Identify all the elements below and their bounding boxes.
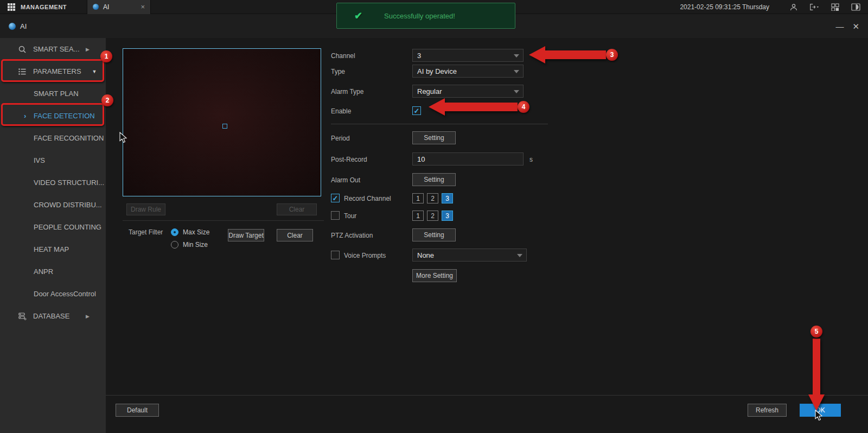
annotation-badge-5: 5 (810, 326, 822, 338)
max-size-label: Max Size (183, 228, 209, 236)
chevron-right-icon: ▶ (86, 314, 90, 319)
enable-checkbox[interactable]: ✓ (412, 106, 421, 115)
sidebar-item-heat-map[interactable]: HEAT MAP (0, 238, 106, 260)
dropdown-arrow-icon (514, 90, 519, 93)
annotation-arrow-5 (808, 339, 825, 411)
sidebar-item-label: PEOPLE COUNTING (34, 223, 101, 231)
min-size-radio[interactable] (171, 241, 178, 249)
record-channel-1-button[interactable]: 1 (412, 193, 424, 203)
form-divider (331, 124, 548, 124)
screen-split-icon[interactable] (830, 3, 840, 11)
period-label: Period (331, 135, 350, 142)
more-setting-button[interactable]: More Setting (412, 269, 457, 282)
period-setting-button[interactable]: Setting (412, 131, 456, 144)
channel-value: 3 (417, 52, 421, 60)
display-icon[interactable] (851, 3, 860, 11)
max-size-radio[interactable] (171, 228, 178, 236)
sidebar-item-door-access-control[interactable]: Door AccessControl (0, 283, 106, 305)
sidebar-item-label: DATABASE (33, 312, 69, 320)
logout-icon[interactable] (809, 3, 819, 11)
tour-checkbox[interactable] (331, 211, 340, 220)
clear-rule-button[interactable]: Clear (277, 203, 317, 215)
footer-divider (106, 395, 868, 396)
mouse-cursor-ok (815, 410, 824, 424)
dropdown-arrow-icon (517, 254, 522, 257)
sidebar-item-smart-plan[interactable]: SMART PLAN (0, 82, 106, 105)
sidebar-item-label: ANPR (34, 268, 53, 276)
toast-message: Successfully operated! (384, 12, 455, 20)
post-record-unit: s (529, 156, 533, 163)
draw-rule-button[interactable]: Draw Rule (126, 203, 165, 215)
record-channel-2-button[interactable]: 2 (427, 193, 438, 203)
voice-prompts-dropdown[interactable]: None (412, 249, 527, 262)
tour-channel-3-button[interactable]: 3 (442, 211, 453, 221)
type-label: Type (331, 68, 345, 75)
tour-label: Tour (344, 212, 356, 220)
annotation-badge-4: 4 (518, 101, 529, 113)
ai-window-icon (9, 23, 16, 30)
close-icon[interactable]: ✕ (852, 22, 859, 30)
window-title: AI (20, 22, 27, 30)
sidebar-item-label: HEAT MAP (34, 245, 69, 253)
annotation-badge-2: 2 (101, 94, 113, 106)
channel-label: Channel (331, 52, 355, 60)
tour-channel-2-button[interactable]: 2 (427, 211, 438, 221)
annotation-rect-parameters (1, 59, 104, 82)
voice-prompts-checkbox[interactable] (331, 251, 340, 259)
app-window: MANAGEMENT AI × 2021-02-25 09:31:25 Thur… (0, 0, 868, 433)
sidebar-item-smart-search[interactable]: SMART SEA... ▶ (0, 38, 106, 60)
default-button[interactable]: Default (116, 404, 159, 417)
voice-prompts-value: None (417, 251, 434, 259)
target-filter-label: Target Filter (129, 228, 163, 236)
video-preview[interactable] (123, 48, 321, 196)
ai-tab-icon (93, 4, 99, 10)
refresh-button[interactable]: Refresh (748, 404, 787, 417)
type-dropdown[interactable]: AI by Device (412, 65, 524, 78)
datetime-display: 2021-02-25 09:31:25 Thursday (680, 3, 769, 11)
tour-channel-buttons: 1 2 3 (412, 211, 453, 221)
annotation-rect-face-detection (1, 103, 104, 126)
sidebar-item-database[interactable]: DATABASE ▶ (0, 305, 106, 327)
minimize-icon[interactable]: — (835, 22, 844, 30)
user-icon[interactable] (789, 3, 799, 11)
record-channel-checkbox[interactable]: ✓ (331, 194, 340, 202)
channel-dropdown[interactable]: 3 (412, 49, 524, 62)
annotation-arrow-3 (529, 46, 606, 63)
type-value: AI by Device (417, 67, 457, 75)
tab-ai[interactable]: AI × (87, 0, 151, 14)
target-size-box[interactable] (222, 124, 227, 129)
sidebar-item-people-counting[interactable]: PEOPLE COUNTING (0, 216, 106, 238)
alarm-type-value: Regular (417, 87, 442, 95)
min-size-label: Min Size (183, 241, 208, 249)
alarm-out-setting-button[interactable]: Setting (412, 173, 456, 186)
dropdown-arrow-icon (514, 70, 519, 73)
sidebar-item-ivs[interactable]: IVS (0, 149, 106, 171)
alarm-type-dropdown[interactable]: Regular (412, 85, 524, 98)
record-channel-buttons: 1 2 3 (412, 193, 453, 203)
chevron-right-icon: ▶ (86, 47, 90, 52)
post-record-input[interactable]: 10 (412, 152, 524, 165)
record-channel-label: Record Channel (344, 195, 391, 202)
sidebar-item-label: FACE RECOGNITION (34, 134, 104, 142)
annotation-badge-1: 1 (100, 50, 112, 62)
sidebar-item-crowd-distribution[interactable]: CROWD DISTRIBU... (0, 194, 106, 216)
record-channel-3-button[interactable]: 3 (442, 193, 453, 203)
sidebar-item-face-recognition[interactable]: FACE RECOGNITION (0, 127, 106, 149)
annotation-arrow-4 (429, 98, 518, 116)
tour-channel-1-button[interactable]: 1 (412, 211, 424, 221)
ptz-setting-button[interactable]: Setting (412, 228, 456, 241)
min-size-radio-row[interactable]: Min Size (171, 241, 208, 249)
voice-prompts-label: Voice Prompts (344, 252, 386, 259)
annotation-badge-3: 3 (606, 49, 618, 61)
sidebar-item-anpr[interactable]: ANPR (0, 260, 106, 283)
management-menu[interactable]: MANAGEMENT (0, 0, 87, 14)
alarm-type-label: Alarm Type (331, 88, 363, 95)
sidebar-item-label: VIDEO STRUCTURI... (34, 179, 104, 187)
max-size-radio-row[interactable]: Max Size (171, 228, 209, 236)
draw-target-button[interactable]: Draw Target (228, 229, 264, 241)
sidebar-item-label: SMART SEA... (33, 45, 80, 53)
clear-target-button[interactable]: Clear (277, 229, 313, 241)
sidebar-item-video-structuring[interactable]: VIDEO STRUCTURI... (0, 171, 106, 194)
tab-close-icon[interactable]: × (141, 3, 145, 11)
success-toast: ✔ Successfully operated! (336, 3, 515, 29)
